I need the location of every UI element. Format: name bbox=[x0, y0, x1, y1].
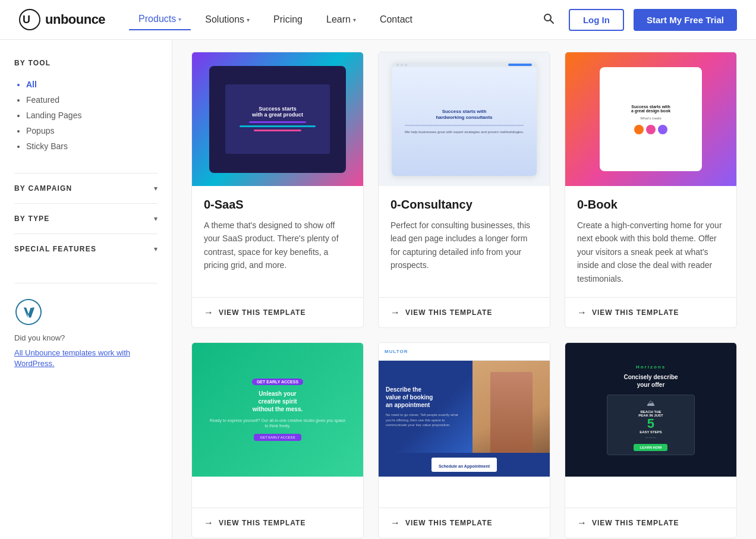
filter-featured[interactable]: Featured bbox=[26, 92, 158, 108]
filter-all[interactable]: All bbox=[26, 77, 158, 92]
by-tool-title: BY TOOL bbox=[14, 59, 158, 67]
nav-links: Products ▾ Solutions ▾ Pricing Learn ▾ C… bbox=[129, 9, 538, 30]
sidebar: BY TOOL All Featured Landing Pages Popup… bbox=[0, 40, 172, 539]
template-cta-green[interactable]: → VIEW THIS TEMPLATE bbox=[192, 508, 363, 538]
template-thumbnail-appointment: MULTOR Describe thevalue of bookingan ap… bbox=[379, 343, 550, 477]
nav-item-pricing[interactable]: Pricing bbox=[264, 10, 312, 30]
filter-landing-pages[interactable]: Landing Pages bbox=[26, 108, 158, 123]
template-desc-saas: A theme that's designed to show off your… bbox=[204, 219, 351, 285]
main-container: BY TOOL All Featured Landing Pages Popup… bbox=[0, 40, 756, 539]
template-card-consultancy[interactable]: Success starts withhardworking consultan… bbox=[378, 52, 550, 328]
template-desc-book: Create a high-converting home for your n… bbox=[577, 219, 724, 285]
special-features-title: SPECIAL FEATURES bbox=[14, 245, 96, 253]
template-card-saas[interactable]: Success startswith a great product 0-Saa… bbox=[191, 52, 364, 328]
by-type-section: BY TYPE ▾ bbox=[14, 203, 158, 234]
template-cta-consultancy[interactable]: → VIEW THIS TEMPLATE bbox=[379, 297, 550, 327]
filter-popups[interactable]: Popups bbox=[26, 123, 158, 138]
template-body-green bbox=[192, 477, 363, 508]
template-thumbnail-green: GET EARLY ACCESS Unleash yourcreative sp… bbox=[192, 343, 363, 477]
template-grid: Success startswith a great product 0-Saa… bbox=[191, 52, 737, 538]
nav-item-products[interactable]: Products ▾ bbox=[129, 9, 191, 30]
template-cta-horizons[interactable]: → VIEW THIS TEMPLATE bbox=[565, 508, 736, 538]
template-body-consultancy: 0-Consultancy Perfect for consulting bus… bbox=[379, 186, 550, 297]
nav-item-solutions[interactable]: Solutions ▾ bbox=[196, 10, 259, 30]
green-badge: GET EARLY ACCESS bbox=[252, 379, 303, 385]
special-features-chevron-icon: ▾ bbox=[154, 245, 158, 253]
template-thumbnail-consultancy: Success starts withhardworking consultan… bbox=[379, 52, 550, 186]
template-title-saas: 0-SaaS bbox=[204, 198, 351, 212]
svg-line-3 bbox=[550, 20, 553, 23]
wordpress-icon bbox=[14, 298, 43, 326]
by-type-title: BY TYPE bbox=[14, 215, 50, 223]
cta-arrow-icon-4: → bbox=[204, 518, 214, 528]
template-body-book: 0-Book Create a high-converting home for… bbox=[565, 186, 736, 297]
campaign-chevron-icon: ▾ bbox=[154, 184, 158, 193]
template-cta-appointment[interactable]: → VIEW THIS TEMPLATE bbox=[379, 508, 550, 538]
cta-arrow-icon-6: → bbox=[577, 518, 587, 528]
cta-arrow-icon-3: → bbox=[577, 307, 587, 318]
template-title-book: 0-Book bbox=[577, 198, 724, 212]
by-type-header[interactable]: BY TYPE ▾ bbox=[14, 215, 158, 223]
logo[interactable]: U unbounce bbox=[19, 9, 105, 30]
wp-note: Did you know? bbox=[14, 333, 158, 342]
search-icon[interactable] bbox=[538, 8, 559, 32]
special-features-section: SPECIAL FEATURES ▾ bbox=[14, 234, 158, 264]
by-campaign-section: BY CAMPAIGN ▾ bbox=[14, 173, 158, 203]
template-thumbnail-saas: Success startswith a great product bbox=[192, 52, 363, 186]
template-card-horizons[interactable]: Horizons Concisely describeyour offer ⛰ … bbox=[565, 342, 737, 538]
products-chevron-icon: ▾ bbox=[178, 16, 181, 23]
template-body-horizons bbox=[565, 477, 736, 508]
template-cta-saas[interactable]: → VIEW THIS TEMPLATE bbox=[192, 297, 363, 327]
learn-chevron-icon: ▾ bbox=[353, 17, 356, 23]
template-card-green[interactable]: GET EARLY ACCESS Unleash yourcreative sp… bbox=[191, 342, 364, 538]
template-thumbnail-book: Success starts witha great design book W… bbox=[565, 52, 736, 186]
content-area: Success startswith a great product 0-Saa… bbox=[172, 40, 756, 539]
wordpress-section: Did you know? All Unbounce templates wor… bbox=[14, 283, 158, 368]
template-thumbnail-horizons: Horizons Concisely describeyour offer ⛰ … bbox=[565, 343, 736, 477]
template-body-appointment bbox=[379, 477, 550, 508]
template-desc-consultancy: Perfect for consulting businesses, this … bbox=[390, 219, 538, 285]
filter-list: All Featured Landing Pages Popups Sticky… bbox=[14, 77, 158, 154]
navbar: U unbounce Products ▾ Solutions ▾ Pricin… bbox=[0, 0, 756, 40]
trial-button[interactable]: Start My Free Trial bbox=[634, 9, 737, 31]
by-campaign-header[interactable]: BY CAMPAIGN ▾ bbox=[14, 184, 158, 193]
by-campaign-title: BY CAMPAIGN bbox=[14, 184, 72, 193]
wp-link[interactable]: All Unbounce templates work with WordPre… bbox=[14, 348, 130, 368]
template-card-appointment[interactable]: MULTOR Describe thevalue of bookingan ap… bbox=[378, 342, 550, 538]
template-body-saas: 0-SaaS A theme that's designed to show o… bbox=[192, 186, 363, 297]
solutions-chevron-icon: ▾ bbox=[247, 17, 250, 23]
svg-text:U: U bbox=[23, 14, 30, 26]
special-features-header[interactable]: SPECIAL FEATURES ▾ bbox=[14, 245, 158, 253]
cta-arrow-icon-2: → bbox=[390, 307, 401, 318]
login-button[interactable]: Log In bbox=[569, 9, 624, 31]
filter-sticky-bars[interactable]: Sticky Bars bbox=[26, 138, 158, 154]
template-card-book[interactable]: Success starts witha great design book W… bbox=[565, 52, 737, 328]
template-cta-book[interactable]: → VIEW THIS TEMPLATE bbox=[565, 297, 736, 327]
type-chevron-icon: ▾ bbox=[154, 215, 158, 223]
nav-item-learn[interactable]: Learn ▾ bbox=[317, 10, 366, 30]
cta-arrow-icon-5: → bbox=[390, 518, 401, 528]
logo-text: unbounce bbox=[45, 12, 105, 27]
navbar-actions: Log In Start My Free Trial bbox=[538, 8, 737, 32]
template-title-consultancy: 0-Consultancy bbox=[390, 198, 538, 212]
nav-item-contact[interactable]: Contact bbox=[370, 10, 422, 30]
cta-arrow-icon: → bbox=[204, 307, 214, 318]
